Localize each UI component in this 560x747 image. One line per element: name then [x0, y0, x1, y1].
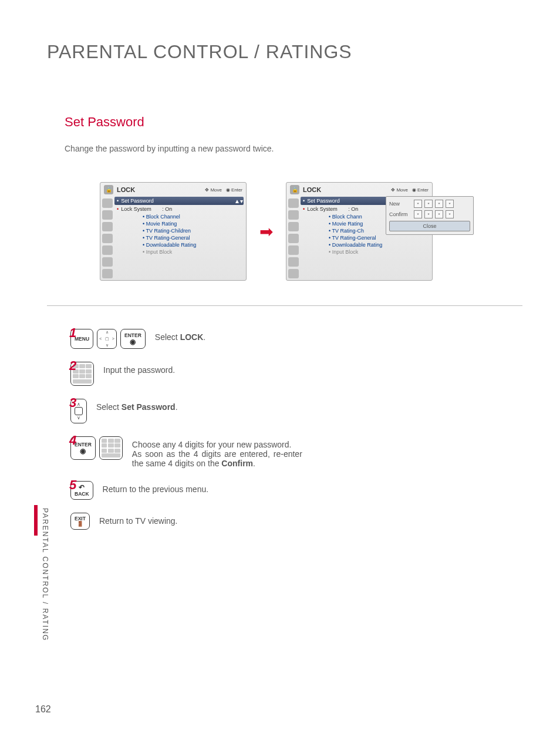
osd-sidebar-icons: [286, 197, 301, 280]
osd-value: : On: [162, 206, 172, 212]
osd-hints: ✥ Move ◉ Enter: [205, 187, 242, 193]
step-text: Return to TV viewing.: [99, 513, 178, 526]
pw-box[interactable]: *: [435, 210, 443, 218]
pw-label-new: New: [389, 201, 411, 207]
step-2: 2 Input the password.: [59, 362, 340, 386]
step-text: Select Set Password.: [96, 399, 178, 412]
hint-enter: Enter: [231, 187, 242, 193]
password-popup: New * * * * Confirm * * * * Close: [386, 196, 474, 235]
section-title: Set Password: [65, 115, 144, 130]
osd-label: Set Password: [121, 198, 154, 204]
pw-box[interactable]: *: [414, 200, 422, 208]
close-button[interactable]: Close: [389, 221, 470, 231]
pw-box[interactable]: *: [414, 210, 422, 218]
osd-value: : On: [348, 206, 358, 212]
arrow-right-icon: ➡: [259, 222, 273, 241]
step-5: 5 ↶ BACK Return to the previous menu.: [59, 481, 340, 500]
pw-box[interactable]: *: [446, 200, 454, 208]
steps-list: 1 MENU ∧ <▢> ∨ ENTER ◉ Select LOCK. 2: [59, 329, 340, 543]
step-number: 5: [69, 477, 76, 493]
step-6: EXIT 🚪 Return to TV viewing.: [59, 513, 340, 530]
enter-glyph-icon: ◉: [226, 187, 231, 193]
enter-dot-icon: ◉: [80, 447, 86, 455]
spinner-icon: ▲▾: [234, 198, 240, 204]
hint-enter: Enter: [417, 187, 429, 193]
osd-title: LOCK: [117, 186, 135, 193]
dpad-button[interactable]: ∧ <▢> ∨: [97, 329, 117, 349]
password-new-row: New * * * *: [389, 200, 470, 208]
divider: [47, 305, 522, 306]
step-number: 3: [69, 395, 76, 410]
enter-dot-icon: ◉: [130, 338, 136, 345]
page-title: PARENTAL CONTROL / RATINGS: [47, 41, 352, 63]
step-4: 4 ENTER ◉ Choose any 4 digits for your n…: [59, 436, 340, 468]
enter-glyph-icon: ◉: [412, 187, 417, 193]
step-1: 1 MENU ∧ <▢> ∨ ENTER ◉ Select LOCK.: [59, 329, 340, 349]
side-tab-marker: [34, 505, 38, 536]
lock-icon: 🔒: [104, 185, 113, 194]
btn-label: BACK: [75, 491, 89, 497]
osd-sidebar-icons: [100, 197, 114, 280]
exit-door-icon: 🚪: [77, 521, 83, 527]
hint-move: Move: [396, 187, 408, 193]
osd-row-lock-system[interactable]: • Lock System : On: [114, 205, 244, 213]
osd-label: Set Password: [307, 198, 340, 204]
step-3: 3 ∧ ∨ Select Set Password.: [59, 399, 340, 423]
step-text: Return to the previous menu.: [103, 481, 209, 494]
exit-button[interactable]: EXIT 🚪: [70, 513, 90, 530]
section-desc: Change the password by inputting a new p…: [65, 144, 274, 153]
osd-area: 🔒 LOCK ✥ Move ◉ Enter •Set Password ▲▾ •…: [100, 182, 433, 281]
osd-sub-disabled: • Input Block: [114, 248, 244, 255]
osd-sub[interactable]: • Downloadable Rating: [114, 241, 244, 248]
pw-box[interactable]: *: [446, 210, 454, 218]
osd-sub[interactable]: • Block Channel: [114, 213, 244, 220]
step-text: Input the password.: [103, 362, 175, 375]
lock-icon: 🔒: [290, 185, 299, 194]
osd-sub[interactable]: • Downloadable Rating: [301, 241, 430, 248]
chevron-up-icon: ∧: [77, 402, 80, 407]
osd-sub[interactable]: • TV Rating-General: [114, 234, 244, 241]
osd-title: LOCK: [303, 186, 321, 193]
enter-button[interactable]: ENTER ◉: [120, 329, 146, 349]
chevron-down-icon: ∨: [77, 415, 80, 420]
step-number: 2: [69, 358, 76, 374]
osd-label: Lock System: [121, 206, 162, 212]
step-text: Select LOCK.: [155, 329, 205, 342]
osd-sub[interactable]: • TV Rating-General: [301, 234, 430, 241]
hint-move: Move: [210, 187, 222, 193]
osd-sub-disabled: • Input Block: [301, 248, 430, 255]
step-number: 1: [69, 325, 76, 341]
step-number: 4: [69, 433, 76, 448]
back-arrow-icon: ↶: [79, 484, 85, 491]
osd-sub[interactable]: • TV Rating-Children: [114, 227, 244, 234]
side-tab-label: PARENTAL CONTROL / RATING: [41, 508, 49, 641]
osd-panel-before: 🔒 LOCK ✥ Move ◉ Enter •Set Password ▲▾ •…: [100, 182, 247, 281]
osd-sub[interactable]: • Movie Rating: [114, 220, 244, 227]
osd-hints: ✥ Move ◉ Enter: [391, 187, 429, 193]
pw-box[interactable]: *: [424, 210, 433, 218]
pw-box[interactable]: *: [424, 200, 433, 208]
pw-box[interactable]: *: [435, 200, 443, 208]
btn-label: EXIT: [75, 516, 86, 521]
password-confirm-row: Confirm * * * *: [389, 210, 470, 218]
keypad-button[interactable]: [99, 436, 123, 460]
pw-label-confirm: Confirm: [389, 211, 411, 217]
page-number: 162: [35, 704, 51, 715]
step-text: Choose any 4 digits for your new passwor…: [132, 436, 302, 468]
osd-label: Lock System: [307, 206, 348, 212]
osd-row-set-password[interactable]: •Set Password ▲▾: [114, 197, 244, 205]
